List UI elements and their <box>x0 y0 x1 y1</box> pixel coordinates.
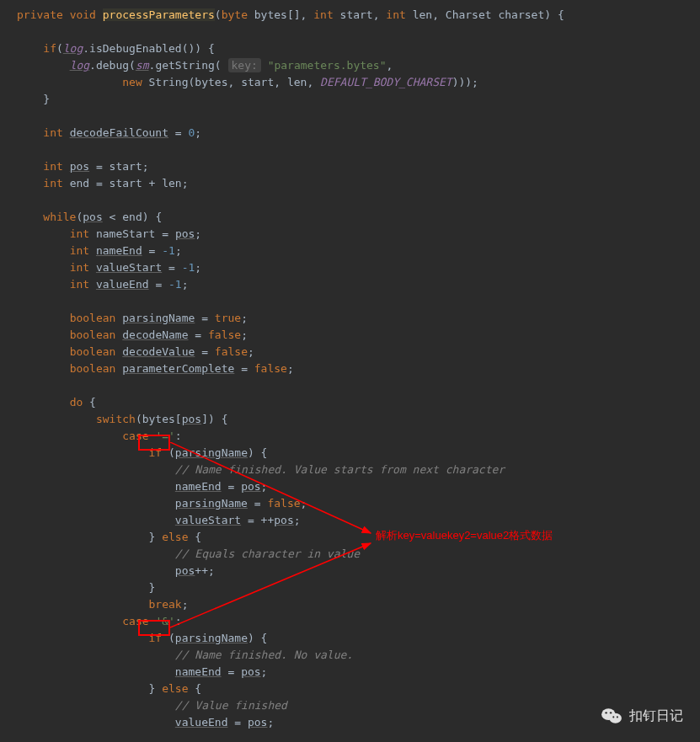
annotation-text: 解析key=valuekey2=value2格式数据 <box>376 527 553 544</box>
code-line: int pos = start; <box>17 158 700 175</box>
svg-point-9 <box>617 716 618 718</box>
code-line: // Name finished. Value starts from next… <box>17 462 700 478</box>
code-line: int valueStart = -1; <box>17 259 700 276</box>
code-line: new String(bytes, start, len, DEFAULT_BO… <box>17 74 700 91</box>
code-line: if(log.isDebugEnabled()) { <box>17 40 700 57</box>
code-line: case '=': <box>17 428 700 445</box>
code-line <box>17 108 700 125</box>
code-line <box>17 24 700 40</box>
code-line: int decodeFailCount = 0; <box>17 125 700 141</box>
svg-point-5 <box>609 713 622 723</box>
code-line: boolean decodeName = false; <box>17 327 700 344</box>
code-line: boolean parameterComplete = false; <box>17 360 700 377</box>
code-line: private void processParameters(byte byte… <box>17 7 700 24</box>
code-line: boolean decodeValue = false; <box>17 344 700 360</box>
code-line: while(pos < end) { <box>17 209 700 226</box>
code-line: // Name finished. No value. <box>17 647 700 664</box>
code-line: switch(bytes[pos]) { <box>17 411 700 428</box>
watermark-text: 扣钉日记 <box>629 707 683 724</box>
code-line <box>17 293 700 310</box>
code-line: int end = start + len; <box>17 175 700 192</box>
code-line: // Value finished <box>17 697 700 714</box>
code-line <box>17 141 700 158</box>
code-line: // Equals character in value <box>17 546 700 563</box>
code-line: int nameEnd = -1; <box>17 243 700 259</box>
code-line: int valueEnd = -1; <box>17 276 700 293</box>
svg-point-6 <box>605 712 606 713</box>
code-line: } <box>17 579 700 596</box>
code-line: pos++; <box>17 563 700 579</box>
code-line: if (parsingName) { <box>17 630 700 647</box>
code-line: nameEnd = pos; <box>17 478 700 495</box>
code-line: nameEnd = pos; <box>17 664 700 681</box>
wechat-icon <box>601 707 623 725</box>
code-line: log.debug(sm.getString( key: "parameters… <box>17 57 700 74</box>
code-line: boolean parsingName = true; <box>17 310 700 327</box>
watermark: 扣钉日记 <box>601 707 683 725</box>
code-line: break; <box>17 596 700 613</box>
code-line: int nameStart = pos; <box>17 226 700 243</box>
code-line <box>17 192 700 209</box>
svg-point-7 <box>610 712 612 713</box>
svg-point-8 <box>612 716 614 718</box>
code-line: case '&': <box>17 613 700 630</box>
code-line: valueStart = ++pos; <box>17 512 700 529</box>
code-line <box>17 377 700 394</box>
code-line: } else { <box>17 529 700 546</box>
code-line: parsingName = false; <box>17 495 700 512</box>
code-line: if (parsingName) { <box>17 445 700 462</box>
code-line: } else { <box>17 681 700 697</box>
code-line: do { <box>17 394 700 411</box>
code-line: valueEnd = pos; <box>17 714 700 731</box>
code-line: } <box>17 91 700 108</box>
